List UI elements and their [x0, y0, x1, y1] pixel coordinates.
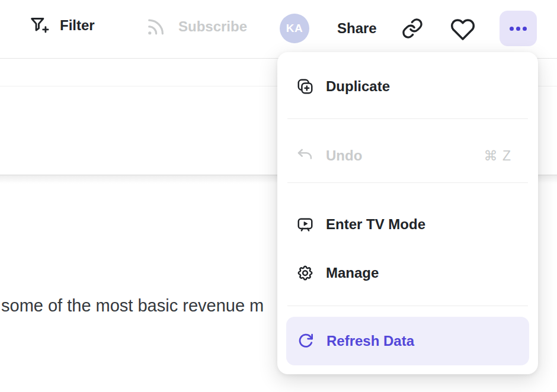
menu-item-label: Manage [326, 265, 379, 281]
toolbar: Filter Subscribe KA Share [0, 0, 557, 59]
menu-divider [287, 118, 528, 119]
avatar-initials: KA [286, 22, 303, 35]
link-icon [401, 17, 424, 40]
menu-item-undo: Undo ⌘ Z [286, 139, 529, 172]
filter-label: Filter [60, 17, 95, 34]
filter-button[interactable]: Filter [28, 15, 95, 35]
share-label: Share [337, 20, 377, 37]
gear-icon [296, 264, 314, 282]
context-menu: Duplicate Undo ⌘ Z Enter TV M [277, 52, 538, 374]
duplicate-icon [296, 78, 314, 95]
menu-item-manage[interactable]: Manage [286, 256, 529, 290]
filter-plus-icon [28, 15, 50, 35]
menu-item-label: Duplicate [326, 78, 390, 95]
menu-divider [287, 182, 528, 183]
subscribe-label: Subscribe [178, 18, 247, 35]
menu-item-enter-tv-mode[interactable]: Enter TV Mode [286, 208, 529, 241]
menu-item-label: Refresh Data [326, 333, 414, 349]
keyboard-shortcut: ⌘ Z [484, 148, 511, 164]
menu-divider [287, 306, 528, 306]
dashboard-screen: Filter Subscribe KA Share [0, 0, 557, 392]
avatar[interactable]: KA [280, 14, 309, 43]
undo-icon [296, 147, 314, 165]
ellipsis-icon [510, 27, 527, 31]
favorite-button[interactable] [450, 16, 475, 41]
rss-icon [145, 15, 167, 37]
menu-item-refresh-data[interactable]: Refresh Data [286, 317, 529, 365]
menu-item-duplicate[interactable]: Duplicate [286, 70, 529, 103]
tv-play-icon [296, 216, 314, 233]
body-text-fragment: some of the most basic revenue m [1, 296, 278, 316]
subscribe-button[interactable]: Subscribe [145, 15, 247, 37]
menu-item-label: Enter TV Mode [326, 216, 425, 233]
heart-icon [450, 16, 475, 41]
refresh-icon [297, 332, 315, 350]
copy-link-button[interactable] [401, 17, 424, 40]
menu-item-label: Undo [326, 147, 362, 164]
more-options-button[interactable] [500, 11, 537, 46]
share-button[interactable]: Share [337, 20, 377, 37]
